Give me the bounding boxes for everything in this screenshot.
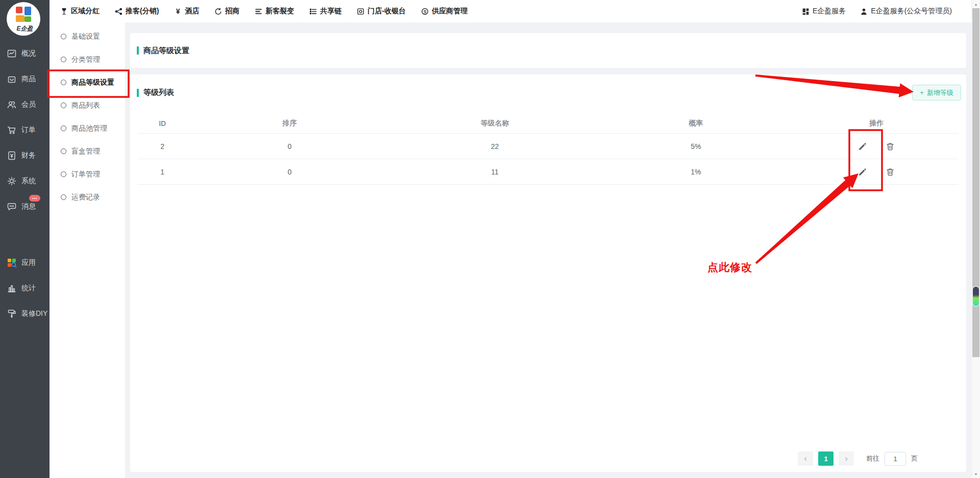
- scrollbar-marker: [973, 287, 979, 306]
- logo-text: E企盈: [0, 24, 50, 33]
- next-page-button[interactable]: ›: [839, 451, 854, 466]
- edit-button[interactable]: [858, 142, 867, 151]
- submenu-item-blind-box[interactable]: 盲盒管理: [50, 140, 125, 163]
- delete-button[interactable]: [886, 142, 895, 151]
- column-header-sort: 排序: [187, 119, 392, 128]
- accent-bar: [137, 89, 139, 97]
- nav-item-label: E企盈服务(公众号管理员): [871, 7, 952, 16]
- plus-icon: +: [920, 89, 924, 96]
- submenu-item-freight-records[interactable]: 运费记录: [50, 186, 125, 209]
- sidebar-item-overview[interactable]: 概况: [0, 41, 50, 66]
- nav-item-investment[interactable]: 招商: [214, 7, 239, 16]
- sidebar-item-diy[interactable]: 装修DIY: [0, 301, 50, 326]
- nav-item-service[interactable]: E企盈服务: [802, 7, 846, 16]
- cell-probability: 5%: [597, 142, 794, 150]
- table-row: 1 0 11 1%: [138, 159, 959, 185]
- submenu-item-basic-settings[interactable]: 基础设置: [50, 25, 125, 48]
- column-header-id: ID: [138, 119, 187, 128]
- cell-sort: 0: [187, 168, 392, 176]
- sidebar-item-label: 系统: [21, 177, 36, 186]
- table-row: 2 0 22 5%: [138, 134, 959, 159]
- overview-icon: [7, 48, 17, 59]
- apps-grid-icon: [7, 258, 17, 268]
- nav-item-supplier[interactable]: S 供应商管理: [421, 7, 468, 16]
- system-gear-icon: [7, 176, 17, 186]
- level-table: ID 排序 等级名称 概率 操作 2 0 22 5%: [138, 113, 959, 185]
- sidebar-item-label: 统计: [21, 284, 36, 293]
- nav-item-promoter[interactable]: 推客(分销): [115, 7, 159, 16]
- trash-icon: [886, 167, 895, 177]
- submenu-item-label: 商品等级设置: [71, 78, 114, 87]
- orders-icon: [7, 125, 17, 135]
- stats-bars-icon: [7, 283, 17, 293]
- delete-button[interactable]: [886, 167, 895, 177]
- submenu-item-label: 分类管理: [71, 55, 100, 64]
- add-level-button[interactable]: + 新增等级: [912, 85, 961, 100]
- submenu-item-product-list[interactable]: 商品列表: [50, 94, 125, 117]
- nav-item-label: 新客裂变: [265, 7, 294, 16]
- goto-page-input[interactable]: [885, 452, 906, 466]
- sidebar-item-finance[interactable]: 财务: [0, 143, 50, 168]
- cell-sort: 0: [187, 142, 392, 150]
- edit-button[interactable]: [858, 167, 867, 177]
- main-content: 商品等级设置 等级列表 + 新增等级 ID 排序 等级名称 概率 操作 2 0 …: [126, 22, 971, 478]
- pencil-icon: [858, 142, 867, 151]
- accent-bar: [137, 46, 139, 55]
- pagination: ‹ 1 › 前往 页: [798, 451, 918, 466]
- annotation-hint-text: 点此修改: [707, 260, 752, 274]
- submenu-item-product-level-settings[interactable]: 商品等级设置: [50, 71, 125, 94]
- page-header-card: 商品等级设置: [130, 33, 966, 68]
- nav-item-hotel[interactable]: ¥ 酒店: [174, 7, 199, 16]
- nav-item-fission[interactable]: 新客裂变: [255, 7, 294, 16]
- page-unit-label: 页: [911, 454, 918, 463]
- messages-icon: [7, 202, 17, 212]
- sidebar-item-members[interactable]: 会员: [0, 92, 50, 117]
- table-header-row: ID 排序 等级名称 概率 操作: [138, 113, 959, 134]
- pencil-icon: [858, 167, 867, 177]
- submenu-item-label: 盲盒管理: [71, 147, 100, 156]
- top-nav-right: E企盈服务 E企盈服务(公众号管理员): [802, 7, 971, 16]
- sidebar-nav: 概况 商品 会员 订单 财务 系统 消息 ••• 应用: [0, 41, 50, 326]
- sidebar-item-system[interactable]: 系统: [0, 168, 50, 194]
- nav-item-label: 区域分红: [71, 7, 100, 16]
- column-header-probability: 概率: [597, 119, 794, 128]
- scrollbar-down-icon[interactable]: ▼: [972, 470, 980, 478]
- current-page-button[interactable]: 1: [818, 451, 834, 466]
- circle-icon: [61, 148, 66, 154]
- list-header: 等级列表: [130, 85, 966, 100]
- cell-level-name: 22: [392, 142, 597, 150]
- finance-icon: [7, 150, 17, 161]
- sidebar-item-apps[interactable]: 应用: [0, 250, 50, 275]
- sidebar-item-messages[interactable]: 消息 •••: [0, 194, 50, 219]
- nav-item-label: E企盈服务: [813, 7, 846, 16]
- submenu-item-label: 运费记录: [71, 193, 100, 202]
- secondary-sidebar: 基础设置 分类管理 商品等级设置 商品列表 商品池管理 盲盒管理 订单管理 运费…: [50, 22, 126, 478]
- nav-item-account[interactable]: E企盈服务(公众号管理员): [860, 7, 952, 16]
- nav-item-label: 招商: [225, 7, 239, 16]
- nav-item-share-chain[interactable]: 共享链: [309, 7, 341, 16]
- nav-item-region-dividend[interactable]: 区域分红: [60, 7, 100, 16]
- submenu-item-order-management[interactable]: 订单管理: [50, 163, 125, 186]
- nav-item-label: 推客(分销): [126, 7, 159, 16]
- submenu-item-product-pool[interactable]: 商品池管理: [50, 117, 125, 140]
- circle-icon: [61, 80, 66, 85]
- svg-text:S: S: [424, 9, 427, 14]
- goto-label: 前往: [866, 454, 879, 463]
- nav-item-label: 供应商管理: [432, 7, 468, 16]
- scrollbar-up-icon[interactable]: ▲: [972, 0, 980, 8]
- prev-page-button[interactable]: ‹: [798, 451, 813, 466]
- circle-icon: [61, 57, 66, 62]
- message-count-badge: •••: [29, 195, 40, 202]
- sidebar-item-orders[interactable]: 订单: [0, 117, 50, 143]
- logo-blocks-icon: [16, 7, 31, 22]
- page-title: 商品等级设置: [143, 46, 189, 56]
- submenu-item-label: 商品列表: [71, 101, 100, 110]
- cell-id: 1: [138, 168, 187, 176]
- nav-item-label: 酒店: [185, 7, 199, 16]
- sidebar-item-goods[interactable]: 商品: [0, 66, 50, 92]
- submenu-item-category-management[interactable]: 分类管理: [50, 48, 125, 71]
- main-sidebar: E企盈 概况 商品 会员 订单 财务 系统 消息 •••: [0, 0, 50, 478]
- nav-item-store-cashier[interactable]: 门店-收银台: [357, 7, 406, 16]
- sidebar-item-stats[interactable]: 统计: [0, 275, 50, 301]
- share-icon: [115, 8, 122, 15]
